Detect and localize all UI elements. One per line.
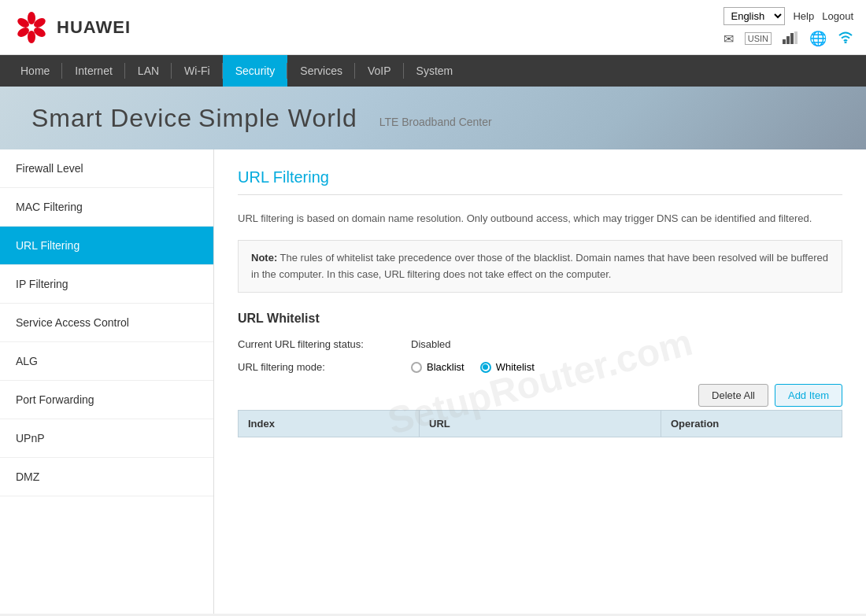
logout-link[interactable]: Logout (822, 10, 853, 22)
nav-internet[interactable]: Internet (62, 55, 124, 87)
usin-icon: USIN (745, 32, 772, 45)
nav-wifi[interactable]: Wi-Fi (172, 55, 223, 87)
radio-blacklist[interactable]: Blacklist (411, 361, 464, 373)
col-operation: Operation (661, 411, 842, 437)
help-logout-area: Help Logout (793, 10, 853, 22)
sidebar-item-ip-filtering[interactable]: IP Filtering (0, 265, 213, 304)
help-link[interactable]: Help (793, 10, 814, 22)
mode-row: URL filtering mode: Blacklist Whitelist (238, 361, 842, 373)
sidebar-item-service-access-control[interactable]: Service Access Control (0, 304, 213, 342)
note-text: The rules of whitelist take precedence o… (251, 252, 828, 280)
sidebar: Firewall Level MAC Filtering URL Filteri… (0, 149, 214, 614)
wifi-icon[interactable] (838, 31, 853, 46)
language-selector[interactable]: English Chinese (724, 7, 785, 25)
logo-area: HUAWEI (13, 12, 131, 43)
svg-rect-6 (783, 39, 786, 44)
radio-whitelist-circle (480, 362, 491, 373)
delete-all-button[interactable]: Delete All (698, 384, 768, 407)
sidebar-item-port-forwarding[interactable]: Port Forwarding (0, 381, 213, 419)
banner: Smart Device Simple World LTE Broadband … (0, 87, 866, 149)
huawei-logo-icon (13, 12, 50, 43)
radio-blacklist-label: Blacklist (427, 361, 464, 373)
header-right: English Chinese Help Logout ✉ USIN 🌐 (724, 7, 853, 47)
header: HUAWEI English Chinese Help Logout ✉ USI… (0, 0, 866, 55)
nav-bar: Home Internet LAN Wi-Fi Security Service… (0, 55, 866, 87)
status-row: Current URL filtering status: Disabled (238, 338, 842, 350)
col-url: URL (420, 411, 661, 437)
sidebar-item-url-filtering[interactable]: URL Filtering (0, 227, 213, 265)
header-top-right: English Chinese Help Logout (724, 7, 853, 25)
description-text: URL filtering is based on domain name re… (238, 211, 842, 227)
status-value: Disabled (411, 338, 451, 350)
banner-text1: Smart Device (31, 104, 192, 133)
main-layout: Firewall Level MAC Filtering URL Filteri… (0, 149, 866, 614)
status-label: Current URL filtering status: (238, 338, 411, 350)
svg-point-0 (28, 12, 35, 24)
logo-text: HUAWEI (57, 17, 131, 38)
radio-whitelist-inner (483, 364, 488, 370)
note-label: Note: (251, 252, 277, 264)
add-item-button[interactable]: Add Item (775, 384, 842, 407)
sidebar-item-firewall-level[interactable]: Firewall Level (0, 149, 213, 188)
radio-whitelist-label: Whitelist (496, 361, 535, 373)
svg-rect-8 (790, 33, 794, 44)
radio-whitelist[interactable]: Whitelist (480, 361, 535, 373)
language-dropdown[interactable]: English Chinese (724, 7, 785, 25)
signal-bars-icon (783, 31, 798, 46)
banner-text2: Simple World (198, 104, 357, 133)
content-area: SetupRouter.com URL Filtering URL filter… (214, 149, 866, 614)
table-actions: Delete All Add Item (238, 384, 842, 407)
sidebar-item-alg[interactable]: ALG (0, 342, 213, 381)
mail-icon[interactable]: ✉ (724, 31, 734, 46)
svg-point-3 (28, 31, 35, 43)
svg-rect-9 (794, 31, 798, 44)
page-title: URL Filtering (238, 168, 842, 195)
sidebar-item-dmz[interactable]: DMZ (0, 458, 213, 496)
sidebar-item-mac-filtering[interactable]: MAC Filtering (0, 188, 213, 227)
svg-rect-7 (786, 36, 790, 44)
nav-lan[interactable]: LAN (125, 55, 172, 87)
nav-voip[interactable]: VoIP (355, 55, 404, 87)
radio-blacklist-circle (411, 362, 422, 373)
nav-home[interactable]: Home (8, 55, 62, 87)
globe-icon[interactable]: 🌐 (809, 30, 827, 47)
note-box: Note: The rules of whitelist take preced… (238, 240, 842, 293)
section-title: URL Whitelist (238, 312, 842, 326)
svg-point-10 (845, 42, 847, 44)
banner-subtitle: LTE Broadband Center (379, 116, 492, 128)
url-table: Index URL Operation (238, 410, 842, 437)
header-icons: ✉ USIN 🌐 (724, 30, 853, 47)
col-index: Index (239, 411, 420, 437)
nav-system[interactable]: System (404, 55, 466, 87)
mode-label: URL filtering mode: (238, 361, 411, 373)
nav-security[interactable]: Security (223, 55, 288, 87)
nav-services[interactable]: Services (287, 55, 355, 87)
sidebar-item-upnp[interactable]: UPnP (0, 419, 213, 458)
mode-radio-group: Blacklist Whitelist (411, 361, 535, 373)
